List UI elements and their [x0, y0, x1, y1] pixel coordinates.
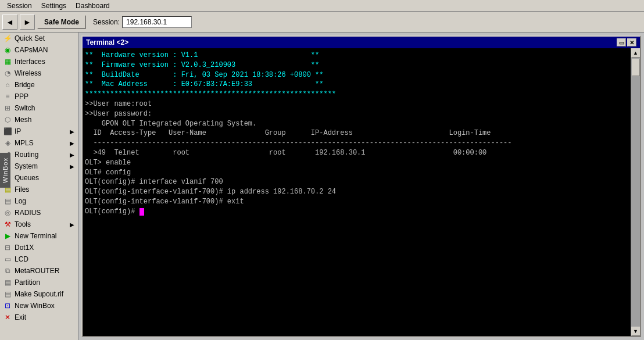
new-winbox-label: New WinBox: [15, 302, 55, 310]
terminal-restore-button[interactable]: ▭: [617, 38, 626, 46]
new-winbox-icon: ⊡: [3, 302, 12, 310]
content-area: Terminal <2> ▭ ✕ ** Hardware version : V…: [78, 33, 644, 340]
terminal-line-7: >>User password:: [85, 109, 628, 119]
sidebar-item-make-supout[interactable]: ▤Make Supout.rif: [0, 288, 78, 300]
lcd-icon: ▭: [3, 255, 12, 263]
sidebar-item-partition[interactable]: ▤Partition: [0, 277, 78, 288]
terminal-line-3: ** Mac Address : E0:67:B3:7A:E9:33 **: [85, 80, 628, 90]
radius-icon: ◎: [3, 209, 12, 217]
sidebar-item-new-winbox[interactable]: ⊡New WinBox: [0, 300, 78, 312]
make-supout-label: Make Supout.rif: [15, 290, 63, 298]
scroll-track[interactable]: [631, 58, 641, 327]
terminal-line-12: ----------------------------------------…: [85, 138, 628, 148]
wireless-label: Wireless: [15, 69, 41, 77]
mesh-label: Mesh: [15, 116, 31, 124]
sidebar-item-quick-set[interactable]: ⚡Quick Set: [0, 33, 78, 44]
session-value: 192.168.30.1: [122, 16, 192, 28]
partition-icon: ▤: [3, 278, 12, 287]
terminal-line-21: OLT(config-interface-vlanif-700)# ip add…: [85, 187, 628, 197]
sidebar-item-mpls[interactable]: ◈MPLS▶: [0, 137, 78, 149]
log-icon: ▤: [3, 197, 12, 205]
menu-session[interactable]: Session: [2, 1, 37, 10]
sidebar-item-lcd[interactable]: ▭LCD: [0, 253, 78, 265]
sidebar-item-switch[interactable]: ⊞Switch: [0, 102, 78, 114]
sidebar-item-ip[interactable]: ⬛IP▶: [0, 126, 78, 137]
terminal-body[interactable]: ** Hardware version : V1.1 **** Firmware…: [83, 48, 631, 336]
sidebar-item-mesh[interactable]: ⬡Mesh: [0, 114, 78, 126]
mpls-icon: ◈: [3, 139, 12, 147]
sidebar-item-interfaces[interactable]: ▦Interfaces: [0, 56, 78, 67]
lcd-label: LCD: [15, 255, 28, 263]
menubar: Session Settings Dashboard: [0, 0, 644, 12]
terminal-close-button[interactable]: ✕: [627, 38, 636, 46]
wireless-icon: ◔: [3, 69, 12, 77]
terminal-title: Terminal <2>: [86, 38, 128, 46]
radius-label: RADIUS: [15, 209, 41, 217]
toolbar: ◄ ► Safe Mode Session: 192.168.30.1: [0, 12, 644, 33]
terminal-line-4: ****************************************…: [85, 90, 628, 99]
bridge-label: Bridge: [15, 81, 35, 89]
winbox-label: WinBox: [0, 153, 10, 188]
system-arrow: ▶: [70, 163, 74, 170]
system-label: System: [15, 162, 38, 170]
interfaces-icon: ▦: [3, 58, 12, 66]
capsman-icon: ◉: [3, 46, 12, 54]
exit-label: Exit: [15, 313, 26, 321]
switch-icon: ⊞: [3, 104, 12, 112]
sidebar-item-capsman[interactable]: ◉CAPsMAN: [0, 44, 78, 56]
main-container: ⚡Quick Set◉CAPsMAN▦Interfaces◔Wireless⌂B…: [0, 33, 644, 340]
queues-label: Queues: [15, 174, 39, 182]
switch-label: Switch: [15, 104, 35, 112]
sidebar-item-files[interactable]: ▤Files: [0, 184, 78, 195]
terminal-line-1: ** Firmware version : V2.0.3_210903 **: [85, 60, 628, 70]
ip-label: IP: [15, 127, 21, 135]
terminal-line-15: OLT> enable: [85, 158, 628, 168]
sidebar-item-radius[interactable]: ◎RADIUS: [0, 207, 78, 219]
session-label: Session:: [93, 18, 120, 26]
terminal-cursor: [139, 208, 144, 216]
safe-mode-button[interactable]: Safe Mode: [37, 15, 86, 29]
terminal-scrollbar: ▲ ▼: [631, 48, 640, 336]
routing-arrow: ▶: [70, 152, 74, 158]
dot1x-label: Dot1X: [15, 244, 34, 252]
ppp-icon: ≡: [3, 92, 12, 101]
sidebar-item-exit[interactable]: ✕Exit: [0, 312, 78, 323]
sidebar-item-tools[interactable]: ⚒Tools▶: [0, 219, 78, 230]
sidebar-item-system[interactable]: ⚙System▶: [0, 160, 78, 172]
scroll-thumb[interactable]: [632, 59, 640, 76]
terminal-line-13: >49 Telnet root root 192.168.30.1 00:00:…: [85, 148, 628, 158]
back-button[interactable]: ◄: [2, 15, 17, 30]
terminal-line-6: >>User name:root: [85, 99, 628, 109]
partition-label: Partition: [15, 278, 40, 287]
metarouter-label: MetaROUTER: [15, 267, 59, 275]
sidebar-item-log[interactable]: ▤Log: [0, 195, 78, 207]
ppp-label: PPP: [15, 92, 28, 101]
sidebar-item-ppp[interactable]: ≡PPP: [0, 91, 78, 102]
make-supout-icon: ▤: [3, 290, 12, 298]
scroll-down-button[interactable]: ▼: [631, 327, 641, 336]
terminal-line-11: ID Access-Type User-Name Group IP-Addres…: [85, 128, 628, 138]
sidebar-item-new-terminal[interactable]: ▶New Terminal: [0, 230, 78, 242]
terminal-titlebar: Terminal <2> ▭ ✕: [83, 37, 640, 48]
ip-icon: ⬛: [3, 127, 12, 135]
new-terminal-label: New Terminal: [15, 232, 56, 240]
sidebar-item-queues[interactable]: ≋Queues: [0, 172, 78, 184]
mpls-arrow: ▶: [70, 140, 74, 146]
quick-set-label: Quick Set: [15, 34, 45, 42]
capsman-label: CAPsMAN: [15, 46, 48, 54]
scroll-up-button[interactable]: ▲: [631, 48, 641, 58]
sidebar-item-dot1x[interactable]: ⊟Dot1X: [0, 242, 78, 253]
terminal-controls: ▭ ✕: [617, 38, 636, 46]
ip-arrow: ▶: [70, 128, 74, 135]
sidebar-item-bridge[interactable]: ⌂Bridge: [0, 79, 78, 91]
sidebar-item-wireless[interactable]: ◔Wireless: [0, 67, 78, 79]
sidebar-item-routing[interactable]: ↺Routing▶: [0, 149, 78, 160]
menu-dashboard[interactable]: Dashboard: [71, 1, 115, 10]
terminal-window: Terminal <2> ▭ ✕ ** Hardware version : V…: [81, 35, 641, 337]
terminal-line-17: OLT# config: [85, 168, 628, 178]
sidebar: ⚡Quick Set◉CAPsMAN▦Interfaces◔Wireless⌂B…: [0, 33, 78, 340]
tools-label: Tools: [15, 220, 31, 228]
menu-settings[interactable]: Settings: [37, 1, 71, 10]
forward-button[interactable]: ►: [20, 15, 35, 30]
sidebar-item-metarouter[interactable]: ⧉MetaROUTER: [0, 265, 78, 277]
